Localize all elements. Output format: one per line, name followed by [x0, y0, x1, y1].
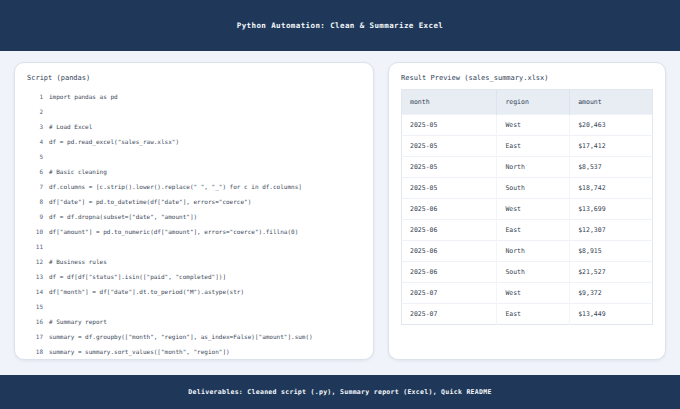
table-row: 2025-06 South $21,527: [402, 262, 653, 283]
code-text: [49, 149, 361, 164]
table-row: 2025-06 West $13,699: [402, 199, 653, 220]
code-text: df = df[df["status"].isin(["paid", "comp…: [49, 269, 361, 284]
cell-month: 2025-05: [402, 157, 497, 178]
line-number: 19: [27, 359, 43, 360]
cell-month: 2025-07: [402, 304, 497, 325]
cell-region: East: [497, 136, 570, 157]
line-number: 17: [27, 329, 43, 344]
cell-amount: $13,699: [570, 199, 653, 220]
table-row: 2025-06 East $12,307: [402, 220, 653, 241]
cell-amount: $12,307: [570, 220, 653, 241]
code-text: [49, 104, 361, 119]
code-text: df = pd.read_excel("sales_raw.xlsx"): [49, 134, 361, 149]
line-number: 7: [27, 179, 43, 194]
deliverables-text: Deliverables: Cleaned script (.py), Summ…: [188, 388, 491, 396]
code-line: 11: [27, 239, 361, 254]
table-row: 2025-06 North $8,915: [402, 241, 653, 262]
cell-amount: $13,449: [570, 304, 653, 325]
code-text: [49, 299, 361, 314]
code-line: 2: [27, 104, 361, 119]
code-line: 6 # Basic cleaning: [27, 164, 361, 179]
cell-month: 2025-07: [402, 283, 497, 304]
script-panel-title: Script (pandas): [27, 73, 361, 83]
cell-region: West: [497, 283, 570, 304]
code-text: # Summary report: [49, 314, 361, 329]
line-number: 1: [27, 89, 43, 104]
column-header-region: region: [497, 90, 570, 115]
line-number: 16: [27, 314, 43, 329]
bottom-footer-bar: Deliverables: Cleaned script (.py), Summ…: [0, 375, 680, 409]
cell-amount: $17,412: [570, 136, 653, 157]
table-row: 2025-05 North $8,537: [402, 157, 653, 178]
cell-month: 2025-06: [402, 199, 497, 220]
line-number: 9: [27, 209, 43, 224]
cell-amount: $8,537: [570, 157, 653, 178]
code-text: summary = df.groupby(["month", "region"]…: [49, 329, 361, 344]
code-line: 16 # Summary report: [27, 314, 361, 329]
cell-region: North: [497, 241, 570, 262]
code-line: 15: [27, 299, 361, 314]
cell-region: South: [497, 178, 570, 199]
code-line: 12 # Business rules: [27, 254, 361, 269]
cell-month: 2025-06: [402, 241, 497, 262]
line-number: 11: [27, 239, 43, 254]
table-row: 2025-05 South $18,742: [402, 178, 653, 199]
cell-region: West: [497, 199, 570, 220]
code-line: 7 df.columns = [c.strip().lower().replac…: [27, 179, 361, 194]
code-text: import pandas as pd: [49, 89, 361, 104]
column-header-amount: amount: [570, 90, 653, 115]
cell-region: East: [497, 220, 570, 241]
line-number: 18: [27, 344, 43, 359]
code-editor[interactable]: 1 import pandas as pd 2 3 # Load Excel 4…: [27, 89, 361, 360]
line-number: 13: [27, 269, 43, 284]
line-number: 4: [27, 134, 43, 149]
line-number: 12: [27, 254, 43, 269]
cell-region: West: [497, 115, 570, 136]
cell-amount: $8,915: [570, 241, 653, 262]
cell-month: 2025-05: [402, 136, 497, 157]
cell-month: 2025-06: [402, 262, 497, 283]
cell-region: North: [497, 157, 570, 178]
line-number: 14: [27, 284, 43, 299]
script-panel: Script (pandas) 1 import pandas as pd 2 …: [14, 62, 374, 360]
code-line: 19: [27, 359, 361, 360]
cell-month: 2025-06: [402, 220, 497, 241]
code-line: 3 # Load Excel: [27, 119, 361, 134]
code-line: 1 import pandas as pd: [27, 89, 361, 104]
table-row: 2025-07 East $13,449: [402, 304, 653, 325]
page-title: Python Automation: Clean & Summarize Exc…: [237, 21, 443, 30]
code-text: df.columns = [c.strip().lower().replace(…: [49, 179, 361, 194]
line-number: 15: [27, 299, 43, 314]
line-number: 8: [27, 194, 43, 209]
column-header-month: month: [402, 90, 497, 115]
code-line: 5: [27, 149, 361, 164]
cell-month: 2025-05: [402, 115, 497, 136]
code-line: 8 df["date"] = pd.to_datetime(df["date"]…: [27, 194, 361, 209]
code-line: 14 df["month"] = df["date"].dt.to_period…: [27, 284, 361, 299]
code-text: [49, 359, 361, 360]
line-number: 5: [27, 149, 43, 164]
top-header-bar: Python Automation: Clean & Summarize Exc…: [0, 0, 680, 51]
line-number: 3: [27, 119, 43, 134]
cell-amount: $20,463: [570, 115, 653, 136]
code-text: df["date"] = pd.to_datetime(df["date"], …: [49, 194, 361, 209]
table-row: 2025-05 West $20,463: [402, 115, 653, 136]
code-line: 9 df = df.dropna(subset=["date", "amount…: [27, 209, 361, 224]
code-line: 10 df["amount"] = pd.to_numeric(df["amou…: [27, 224, 361, 239]
code-text: # Basic cleaning: [49, 164, 361, 179]
code-line: 13 df = df[df["status"].isin(["paid", "c…: [27, 269, 361, 284]
code-line: 4 df = pd.read_excel("sales_raw.xlsx"): [27, 134, 361, 149]
table-row: 2025-05 East $17,412: [402, 136, 653, 157]
code-line: 18 summary = summary.sort_values(["month…: [27, 344, 361, 359]
code-text: # Load Excel: [49, 119, 361, 134]
table-header-row: month region amount: [402, 90, 653, 115]
code-line: 17 summary = df.groupby(["month", "regio…: [27, 329, 361, 344]
cell-amount: $9,372: [570, 283, 653, 304]
line-number: 10: [27, 224, 43, 239]
table-body: 2025-05 West $20,463 2025-05 East $17,41…: [402, 115, 653, 325]
code-text: df["month"] = df["date"].dt.to_period("M…: [49, 284, 361, 299]
cell-month: 2025-05: [402, 178, 497, 199]
code-text: [49, 239, 361, 254]
cell-region: South: [497, 262, 570, 283]
code-text: df = df.dropna(subset=["date", "amount"]…: [49, 209, 361, 224]
